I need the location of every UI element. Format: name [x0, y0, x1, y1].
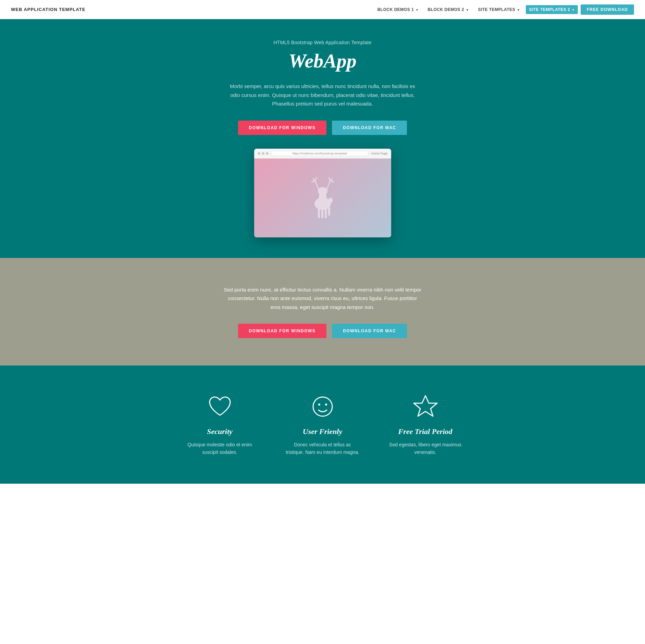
feature-user-friendly: User Frienly Donec vehicula et tellus ac…: [285, 393, 360, 456]
hero-title: WebApp: [288, 49, 357, 72]
svg-rect-2: [318, 209, 320, 218]
site-templates-2-button[interactable]: SITE TEMPLATES 2 ▾: [526, 5, 578, 14]
chevron-down-icon: ▾: [416, 8, 418, 12]
security-title: Security: [207, 427, 233, 436]
browser-content: [254, 159, 391, 237]
free-trial-desc: Sed egestas, libero eget maximus venenat…: [388, 441, 463, 456]
free-download-button[interactable]: FREE DOWNLOAD: [581, 4, 634, 15]
svg-rect-3: [321, 209, 323, 218]
nav-right: BLOCK DEMOS 1 ▾ BLOCK DEMOS 2 ▾ SITE TEM…: [374, 4, 634, 15]
block-demos-2-button[interactable]: BLOCK DEMOS 2 ▾: [424, 5, 472, 14]
dot-2: [262, 152, 264, 155]
user-friendly-title: User Frienly: [303, 427, 343, 436]
navbar: WEB APPLICATION TEMPLATE BLOCK DEMOS 1 ▾…: [0, 0, 645, 19]
block-demos-1-button[interactable]: BLOCK DEMOS 1 ▾: [374, 5, 422, 14]
download-mac-button[interactable]: DOWNLOAD FOR MAC: [332, 121, 407, 135]
svg-point-6: [328, 198, 333, 203]
user-friendly-desc: Donec vehicula et tellus ac tristique. N…: [285, 441, 360, 456]
svg-rect-4: [325, 209, 327, 218]
feature-free-trial: Free Trial Period Sed egestas, libero eg…: [388, 393, 463, 456]
download-windows-button[interactable]: DOWNLOAD FOR WINDOWS: [238, 121, 327, 135]
svg-rect-5: [328, 207, 330, 216]
smiley-icon: [309, 393, 336, 420]
dot-3: [266, 152, 269, 155]
brand: WEB APPLICATION TEMPLATE: [11, 7, 85, 12]
features-grid: Security Quisque molestie odio et enim s…: [169, 393, 477, 456]
chevron-down-icon: ▾: [467, 8, 469, 12]
site-templates-button[interactable]: SITE TEMPLATES ▾: [474, 5, 523, 14]
gray-download-windows-button[interactable]: DOWNLOAD FOR WINDOWS: [238, 324, 327, 338]
gray-download-mac-button[interactable]: DOWNLOAD FOR MAC: [332, 324, 407, 338]
svg-point-8: [318, 404, 320, 406]
heart-icon: [206, 393, 234, 420]
hero-section: HTML5 Bootstrap Web Application Template…: [0, 19, 645, 258]
free-trial-title: Free Trial Period: [398, 427, 452, 436]
gray-buttons: DOWNLOAD FOR WINDOWS DOWNLOAD FOR MAC: [238, 324, 407, 338]
chevron-down-icon: ▾: [572, 8, 574, 12]
chevron-down-icon: ▾: [518, 8, 520, 12]
browser-bar: https://mobirise.com/bootstrap-template/…: [254, 149, 391, 159]
svg-point-7: [313, 397, 332, 416]
gray-section: Sed porta enim nunc, at efficitur lectus…: [0, 258, 645, 366]
browser-home: Home Page: [371, 152, 388, 155]
browser-mockup: https://mobirise.com/bootstrap-template/…: [254, 149, 391, 237]
security-desc: Quisque molestie odio et enim suscipit s…: [182, 441, 258, 456]
svg-point-9: [325, 404, 327, 406]
svg-point-0: [318, 187, 327, 195]
gray-description: Sed porta enim nunc, at efficitur lectus…: [223, 285, 422, 312]
feature-security: Security Quisque molestie odio et enim s…: [182, 393, 258, 456]
deer-icon: [306, 176, 340, 220]
star-icon: [412, 393, 439, 420]
svg-marker-10: [414, 396, 437, 416]
hero-subtitle: HTML5 Bootstrap Web Application Template: [273, 40, 371, 45]
hero-description: Morbi semper, arcu quis varius ultricies…: [227, 82, 419, 108]
browser-dots: [258, 152, 269, 155]
browser-url: https://mobirise.com/bootstrap-template/: [271, 151, 369, 156]
features-section: Security Quisque molestie odio et enim s…: [0, 366, 645, 484]
dot-1: [258, 152, 260, 155]
hero-buttons: DOWNLOAD FOR WINDOWS DOWNLOAD FOR MAC: [238, 121, 407, 135]
